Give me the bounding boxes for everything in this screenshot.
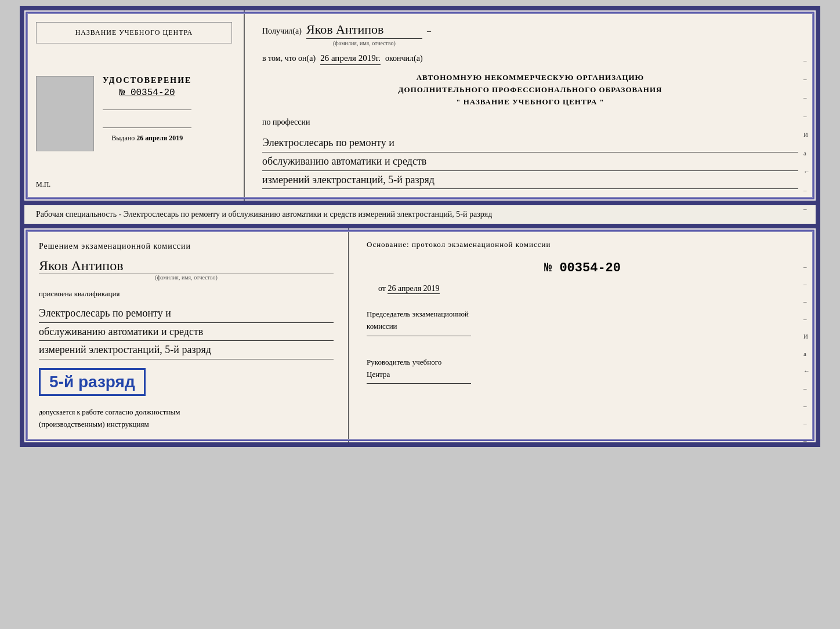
rank-badge: 5-й разряд xyxy=(39,368,146,396)
issued-label: Выдано xyxy=(111,134,135,142)
cert-title: УДОСТОВЕРЕНИЕ xyxy=(103,76,191,85)
document-wrapper: НАЗВАНИЕ УЧЕБНОГО ЦЕНТРА УДОСТОВЕРЕНИЕ №… xyxy=(20,6,820,447)
commission-title: Решением экзаменационной комиссии xyxy=(39,240,334,252)
basis-label: Основание: протокол экзаменационной коми… xyxy=(367,240,798,249)
bottom-right-panel: Основание: протокол экзаменационной коми… xyxy=(349,228,816,442)
school-name-box: НАЗВАНИЕ УЧЕБНОГО ЦЕНТРА xyxy=(36,22,232,43)
date-line: в том, что он(а) 26 апреля 2019г. окончи… xyxy=(262,53,798,65)
director-title-line2: Центра xyxy=(367,369,798,381)
cert-right-panel: Получил(а) Яков Антипов (фамилия, имя, о… xyxy=(245,10,816,201)
side-marks-bottom-right: – – – – И а ← – – – – xyxy=(803,263,810,444)
mp-label: М.П. xyxy=(36,180,50,189)
profession-handwritten: Электрослесарь по ремонту и обслуживанию… xyxy=(262,134,798,189)
chairman-block: Председатель экзаменационной комиссии xyxy=(367,308,798,336)
profession-multi: Электрослесарь по ремонту и обслуживанию… xyxy=(39,304,334,359)
handwritten-date: 26 апреля 2019г. xyxy=(320,53,381,65)
profession-line1: Электрослесарь по ремонту и xyxy=(262,134,798,152)
person-name-large: Яков Антипов xyxy=(39,258,334,274)
org-quote: " НАЗВАНИЕ УЧЕБНОГО ЦЕНТРА " xyxy=(262,96,798,108)
director-signature-line xyxy=(367,383,471,384)
description-content: Рабочая специальность - Электрослесарь п… xyxy=(36,210,492,219)
fio-label-bottom: (фамилия, имя, отчество) xyxy=(39,274,334,281)
допускается-prefix: допускается к xyxy=(39,408,80,416)
top-certificate: НАЗВАНИЕ УЧЕБНОГО ЦЕНТРА УДОСТОВЕРЕНИЕ №… xyxy=(20,6,820,205)
chairman-title-line1: Председатель экзаменационной xyxy=(367,308,798,321)
org-line1: АВТОНОМНУЮ НЕКОММЕРЧЕСКУЮ ОРГАНИЗАЦИЮ xyxy=(262,72,798,84)
org-line2: ДОПОЛНИТЕЛЬНОГО ПРОФЕССИОНАЛЬНОГО ОБРАЗО… xyxy=(262,84,798,96)
recipient-name: Яков Антипов xyxy=(306,22,422,39)
director-title-line1: Руководитель учебного xyxy=(367,357,798,369)
school-name-label: НАЗВАНИЕ УЧЕБНОГО ЦЕНТРА xyxy=(75,28,193,37)
cert-left-panel: НАЗВАНИЕ УЧЕБНОГО ЦЕНТРА УДОСТОВЕРЕНИЕ №… xyxy=(24,10,245,201)
chairman-title-line2: комиссии xyxy=(367,321,798,333)
cert-issued-line: Выдано 26 апреля 2019 xyxy=(103,134,191,143)
director-block: Руководитель учебного Центра xyxy=(367,357,798,384)
инструкции-handwritten: (производственным) инструкциям xyxy=(39,420,149,428)
cert-title-area: УДОСТОВЕРЕНИЕ № 00354-20 Выдано 26 апрел… xyxy=(103,76,191,143)
date-of-prefix: от xyxy=(378,284,386,293)
org-block: АВТОНОМНУЮ НЕКОММЕРЧЕСКУЮ ОРГАНИЗАЦИЮ ДО… xyxy=(262,72,798,108)
fio-label-top: (фамилия, имя, отчество) xyxy=(306,40,422,46)
cert-photo-placeholder xyxy=(36,76,94,151)
date-prefix: в том, что он(а) xyxy=(262,54,316,63)
director-title: Руководитель учебного Центра xyxy=(367,357,798,381)
bottom-profession-line3: измерений электростанций, 5-й разряд xyxy=(39,341,334,359)
description-text: Рабочая специальность - Электрослесарь п… xyxy=(20,205,820,224)
protocol-date-value: 26 апреля 2019 xyxy=(388,284,439,294)
допускается-block: допускается к работе согласно должностны… xyxy=(39,406,334,431)
profession-line3: измерений электростанций, 5-й разряд xyxy=(262,174,435,186)
issued-date: 26 апреля 2019 xyxy=(136,134,183,142)
assigned-label: присвоена квалификация xyxy=(39,289,334,299)
bottom-profession-line1: Электрослесарь по ремонту и xyxy=(39,304,334,323)
chairman-title: Председатель экзаменационной комиссии xyxy=(367,308,798,333)
rank-badge-container: 5-й разряд xyxy=(39,365,334,396)
dash-separator: – xyxy=(427,27,431,36)
cert-number: № 00354-20 xyxy=(103,88,191,98)
protocol-date: от 26 апреля 2019 xyxy=(378,284,798,294)
recipient-line: Получил(а) Яков Антипов (фамилия, имя, о… xyxy=(262,22,798,46)
profession-line2: обслуживанию автоматики и средств xyxy=(262,152,798,171)
recipient-block: Яков Антипов (фамилия, имя, отчество) xyxy=(306,22,422,46)
person-name-block: Яков Антипов (фамилия, имя, отчество) xyxy=(39,258,334,281)
bottom-left-panel: Решением экзаменационной комиссии Яков А… xyxy=(24,228,349,442)
side-marks-top-right: – – – – И а ← – – xyxy=(803,57,810,212)
допускается-handwritten: работе согласно должностным xyxy=(82,408,180,416)
bottom-certificate: Решением экзаменационной комиссии Яков А… xyxy=(20,224,820,446)
received-label: Получил(а) xyxy=(262,27,302,36)
protocol-number: № 00354-20 xyxy=(367,261,798,275)
chairman-signature-line xyxy=(367,336,471,336)
date-suffix: окончил(а) xyxy=(385,54,423,63)
bottom-profession-line2: обслуживанию автоматики и средств xyxy=(39,323,334,341)
profession-label: по профессии xyxy=(262,118,798,127)
